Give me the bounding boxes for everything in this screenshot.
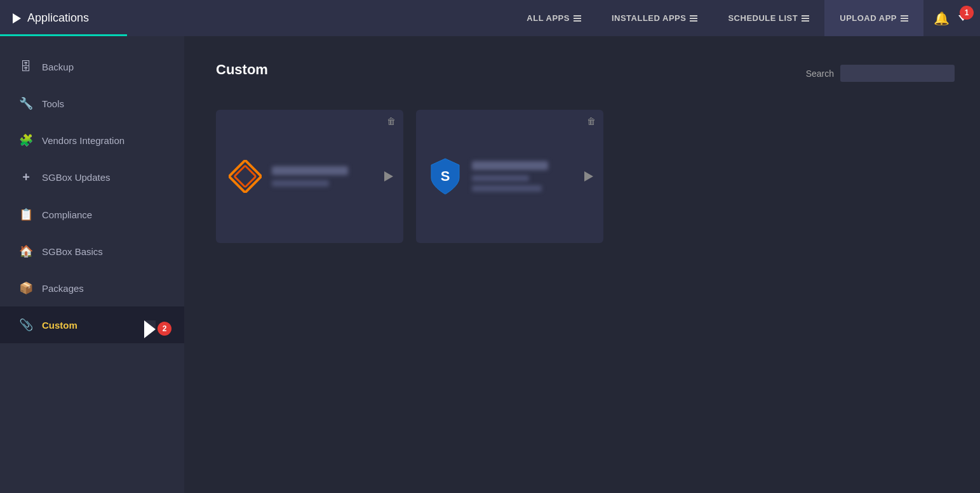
nav-schedule-list-label: SCHEDULE LIST: [728, 13, 798, 23]
installed-apps-menu-icon: [690, 15, 697, 22]
notification-container[interactable]: 🔔 1: [934, 11, 967, 26]
search-input[interactable]: [840, 65, 955, 82]
search-label: Search: [806, 69, 834, 79]
sidebar-label-packages: Packages: [42, 283, 84, 294]
vendors-icon: [19, 133, 33, 147]
delete-icon-1[interactable]: 🗑: [387, 116, 396, 126]
app-name-blur-1: [272, 166, 348, 175]
top-section: Custom Search: [216, 62, 955, 94]
sidebar-label-custom: Custom: [42, 320, 77, 331]
card-content-2: S: [429, 157, 591, 195]
app-name-blur-2: [472, 161, 548, 170]
nav-all-apps-label: ALL APPS: [527, 13, 570, 23]
play-button-1[interactable]: [384, 171, 393, 181]
nav-upload-app-label: UPLOAD APP: [840, 13, 897, 23]
tools-icon: [19, 96, 33, 110]
packages-icon: [19, 281, 33, 295]
sidebar-label-backup: Backup: [42, 62, 74, 72]
custom-arrow-icon: [144, 320, 156, 338]
backup-icon: [19, 60, 33, 74]
card-info-1: [272, 166, 391, 187]
header-underline: [0, 34, 127, 36]
main-layout: Backup Tools Vendors Integration SGBox U…: [0, 36, 980, 493]
app-logo-2: S: [429, 157, 462, 195]
page-title: Custom: [216, 62, 268, 78]
svg-text:S: S: [441, 168, 450, 184]
sidebar-label-tools: Tools: [42, 98, 64, 109]
card-content-1: [229, 160, 391, 193]
nav-upload-app[interactable]: UPLOAD APP: [824, 0, 923, 36]
compliance-icon: [19, 207, 33, 221]
app-card-2[interactable]: 🗑 S: [416, 110, 603, 243]
delete-icon-2[interactable]: 🗑: [587, 116, 596, 126]
custom-icon: [19, 318, 33, 332]
nav-all-apps[interactable]: ALL APPS: [511, 0, 596, 36]
nav-schedule-list[interactable]: SCHEDULE LIST: [713, 0, 824, 36]
header-nav: ALL APPS INSTALLED APPS SCHEDULE LIST UP…: [511, 0, 967, 36]
sidebar-item-custom[interactable]: Custom 2: [0, 306, 184, 343]
sidebar-label-sgbox-basics: SGBox Basics: [42, 246, 103, 257]
card-info-2: [472, 161, 591, 192]
notification-badge: 1: [960, 6, 974, 20]
nav-installed-apps[interactable]: INSTALLED APPS: [596, 0, 713, 36]
upload-app-menu-icon: [901, 15, 908, 22]
sidebar-label-sgbox-updates: SGBox Updates: [42, 172, 111, 183]
sidebar-item-tools[interactable]: Tools: [0, 85, 184, 122]
content-area: Custom Search 🗑: [184, 36, 980, 493]
custom-badge: 2: [158, 322, 171, 336]
plus-icon: [19, 170, 33, 185]
app-desc-blur-1: [272, 180, 329, 187]
app-desc-blur-2b: [472, 185, 542, 192]
app-card-1[interactable]: 🗑: [216, 110, 403, 243]
app-desc-blur-2: [472, 175, 529, 181]
sidebar-item-compliance[interactable]: Compliance: [0, 196, 184, 233]
sidebar-item-vendors[interactable]: Vendors Integration: [0, 122, 184, 159]
sidebar-item-sgbox-updates[interactable]: SGBox Updates: [0, 159, 184, 196]
play-icon: [13, 13, 21, 23]
all-apps-menu-icon: [574, 15, 581, 22]
apps-grid: 🗑 �: [216, 110, 955, 243]
sidebar-label-compliance: Compliance: [42, 209, 92, 220]
sidebar-item-packages[interactable]: Packages: [0, 270, 184, 306]
app-logo-1: [229, 160, 262, 193]
sidebar-label-vendors: Vendors Integration: [42, 135, 124, 146]
play-button-2[interactable]: [584, 171, 593, 181]
nav-installed-apps-label: INSTALLED APPS: [612, 13, 687, 23]
top-header: Applications ALL APPS INSTALLED APPS SCH…: [0, 0, 980, 36]
notification-bell-icon: 🔔: [934, 11, 950, 26]
search-container: Search: [806, 65, 955, 82]
schedule-list-menu-icon: [802, 15, 809, 22]
sidebar: Backup Tools Vendors Integration SGBox U…: [0, 36, 184, 493]
app-title: Applications: [27, 11, 89, 25]
sidebar-item-backup[interactable]: Backup: [0, 49, 184, 85]
home-icon: [19, 244, 33, 258]
header-left: Applications: [13, 11, 89, 25]
sidebar-item-sgbox-basics[interactable]: SGBox Basics: [0, 233, 184, 270]
